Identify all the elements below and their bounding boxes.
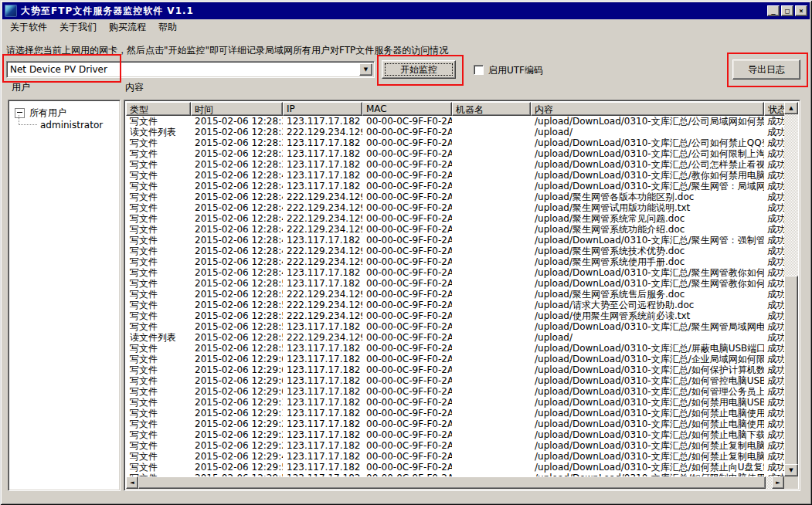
table-row[interactable]: 写文件2015-02-06 12:28:46123.117.17.18200-0… xyxy=(126,181,784,191)
table-row[interactable]: 写文件2015-02-06 12:29:17123.117.17.18200-0… xyxy=(126,408,784,419)
column-header-mac[interactable]: MAC xyxy=(362,102,452,116)
table-row[interactable]: 写文件2015-02-06 12:28:58123.117.17.18200-0… xyxy=(126,343,784,354)
table-row[interactable]: 写文件2015-02-06 12:28:49222.129.234.12900-… xyxy=(126,256,784,267)
tree-node-administrator[interactable]: administrator xyxy=(40,120,103,130)
cell-machine xyxy=(452,278,531,289)
export-log-button[interactable]: 导出日志 xyxy=(732,59,800,80)
cell-mac: 00-00-0C-9F-F0-2A xyxy=(362,462,452,473)
table-row[interactable]: 写文件2015-02-06 12:29:29123.117.17.18200-0… xyxy=(126,440,784,451)
cell-content: /upload/DownLoad/0310-文库汇总/如何保护计算机数... xyxy=(531,364,764,375)
cell-content: /upload/DownLoad/0310-文库汇总/聚生网管局域网电... xyxy=(531,321,764,332)
table-row[interactable]: 写文件2015-02-06 12:29:03123.117.17.18200-0… xyxy=(126,364,784,375)
scroll-up-icon[interactable]: ▲ xyxy=(784,102,798,114)
table-row[interactable]: 写文件2015-02-06 12:28:54222.129.234.12900-… xyxy=(126,310,784,321)
cell-machine xyxy=(452,289,531,300)
cell-machine xyxy=(452,202,531,213)
table-row[interactable]: 写文件2015-02-06 12:28:54123.117.17.18200-0… xyxy=(126,321,784,332)
column-header-ip[interactable]: IP xyxy=(283,102,362,116)
cell-time: 2015-02-06 12:28:39 xyxy=(191,159,283,170)
menu-item-about-software[interactable]: 关于软件 xyxy=(4,19,53,36)
table-row[interactable]: 写文件2015-02-06 12:28:35123.117.17.18200-0… xyxy=(126,137,784,148)
table-row[interactable]: 写文件2015-02-06 12:28:52222.129.234.12900-… xyxy=(126,300,784,310)
close-button[interactable]: × xyxy=(795,5,807,16)
table-row[interactable]: 写文件2015-02-06 12:28:49123.117.17.18200-0… xyxy=(126,267,784,278)
cell-type: 写文件 xyxy=(126,278,191,289)
column-header-time[interactable]: 时间 xyxy=(191,102,283,116)
table-row[interactable]: 写文件2015-02-06 12:28:52222.129.234.12900-… xyxy=(126,289,784,300)
column-header-status[interactable]: 状态 xyxy=(764,102,784,116)
cell-mac: 00-00-0C-9F-F0-2A xyxy=(362,310,452,321)
table-row[interactable]: 写文件2015-02-06 12:29:08123.117.17.18200-0… xyxy=(126,386,784,397)
cell-mac: 00-00-0C-9F-F0-2A xyxy=(362,267,452,278)
cell-ip: 123.117.17.182 xyxy=(283,321,362,332)
scroll-left-icon[interactable]: ◄ xyxy=(126,476,138,489)
column-header-type[interactable]: 类型 xyxy=(126,102,191,116)
cell-time: 2015-02-06 12:28:46 xyxy=(191,181,283,191)
horizontal-scrollbar[interactable]: ◄ ► xyxy=(126,476,784,489)
table-row[interactable]: 写文件2015-02-06 12:28:33123.117.17.18200-0… xyxy=(126,116,784,127)
maximize-button[interactable]: □ xyxy=(781,5,793,16)
cell-machine xyxy=(452,440,531,451)
cell-content: /upload/DownLoad/0310-文库汇总/公司如何禁止QQ登... xyxy=(531,137,764,148)
table-row[interactable]: 写文件2015-02-06 12:29:22123.117.17.18200-0… xyxy=(126,419,784,429)
cell-time: 2015-02-06 12:28:47 xyxy=(191,191,283,202)
table-row[interactable]: 写文件2015-02-06 12:28:47222.129.234.12900-… xyxy=(126,191,784,202)
utf-encoding-checkbox[interactable] xyxy=(474,65,484,75)
table-row[interactable]: 写文件2015-02-06 12:28:48222.129.234.12900-… xyxy=(126,224,784,235)
cell-status: 成功 xyxy=(764,278,784,289)
vertical-scrollbar[interactable]: ▲ ▼ xyxy=(784,102,798,476)
table-row[interactable]: 写文件2015-02-06 12:29:01123.117.17.18200-0… xyxy=(126,354,784,364)
cell-type: 写文件 xyxy=(126,235,191,246)
adapter-combobox[interactable]: Net Device PV Driver ▼ xyxy=(6,61,375,78)
column-header-machine[interactable]: 机器名 xyxy=(452,102,531,116)
content-section-label: 内容 xyxy=(125,81,144,94)
cell-ip: 123.117.17.182 xyxy=(283,386,362,397)
cell-mac: 00-00-0C-9F-F0-2A xyxy=(362,343,452,354)
cell-status: 成功 xyxy=(764,213,784,224)
table-row[interactable]: 读文件列表2015-02-06 12:28:33222.129.234.1290… xyxy=(126,127,784,137)
horizontal-scrollbar-thumb[interactable] xyxy=(138,476,766,489)
menu-item-help[interactable]: 帮助 xyxy=(152,19,183,36)
table-row[interactable]: 写文件2015-02-06 12:29:05123.117.17.18200-0… xyxy=(126,375,784,386)
cell-mac: 00-00-0C-9F-F0-2A xyxy=(362,332,452,343)
table-row[interactable]: 写文件2015-02-06 12:29:25123.117.17.18200-0… xyxy=(126,429,784,440)
column-header-content[interactable]: 内容 xyxy=(531,102,764,116)
adapter-combobox-value: Net Device PV Driver xyxy=(10,64,107,75)
cell-machine xyxy=(452,235,531,246)
cell-time: 2015-02-06 12:29:14 xyxy=(191,397,283,408)
table-row[interactable]: 写文件2015-02-06 12:28:39123.117.17.18200-0… xyxy=(126,159,784,170)
dropdown-arrow-icon[interactable]: ▼ xyxy=(359,63,372,76)
start-monitor-button[interactable]: 开始监控 xyxy=(382,60,456,79)
cell-ip: 123.117.17.182 xyxy=(283,116,362,127)
table-row[interactable]: 写文件2015-02-06 12:29:52123.117.17.18200-0… xyxy=(126,462,784,473)
cell-machine xyxy=(452,419,531,429)
table-row[interactable]: 写文件2015-02-06 12:29:14123.117.17.18200-0… xyxy=(126,397,784,408)
vertical-scrollbar-thumb[interactable] xyxy=(784,276,798,466)
table-row[interactable]: 写文件2015-02-06 12:28:48123.117.17.18200-0… xyxy=(126,235,784,246)
cell-status: 成功 xyxy=(764,170,784,181)
scroll-right-icon[interactable]: ► xyxy=(772,476,784,489)
minimize-button[interactable]: _ xyxy=(767,5,780,16)
cell-ip: 123.117.17.182 xyxy=(283,137,362,148)
table-row[interactable]: 写文件2015-02-06 12:28:48222.129.234.12900-… xyxy=(126,213,784,224)
scroll-down-icon[interactable]: ▼ xyxy=(784,464,798,476)
cell-status: 成功 xyxy=(764,321,784,332)
table-row[interactable]: 写文件2015-02-06 12:28:43123.117.17.18200-0… xyxy=(126,170,784,181)
cell-status: 成功 xyxy=(764,310,784,321)
table-row[interactable]: 写文件2015-02-06 12:29:47123.117.17.18200-0… xyxy=(126,451,784,462)
cell-type: 写文件 xyxy=(126,462,191,473)
table-row[interactable]: 写文件2015-02-06 12:28:49222.129.234.12900-… xyxy=(126,246,784,256)
cell-content: /upload/DownLoad/0310-文库汇总/教你如何禁用电脑U... xyxy=(531,170,764,181)
cell-time: 2015-02-06 12:28:48 xyxy=(191,224,283,235)
table-row[interactable]: 读文件列表2015-02-06 12:28:54222.129.234.1290… xyxy=(126,332,784,343)
menu-item-about-us[interactable]: 关于我们 xyxy=(53,19,103,36)
table-row[interactable]: 写文件2015-02-06 12:28:51123.117.17.18200-0… xyxy=(126,278,784,289)
table-row[interactable]: 写文件2015-02-06 12:28:47222.129.234.12900-… xyxy=(126,202,784,213)
menu-item-purchase[interactable]: 购买流程 xyxy=(103,19,152,36)
cell-machine xyxy=(452,116,531,127)
cell-type: 写文件 xyxy=(126,397,191,408)
cell-content: /upload/聚生网管系统常见问题.doc xyxy=(531,213,764,224)
cell-type: 写文件 xyxy=(126,321,191,332)
cell-ip: 123.117.17.182 xyxy=(283,451,362,462)
table-row[interactable]: 写文件2015-02-06 12:28:36123.117.17.18200-0… xyxy=(126,148,784,159)
